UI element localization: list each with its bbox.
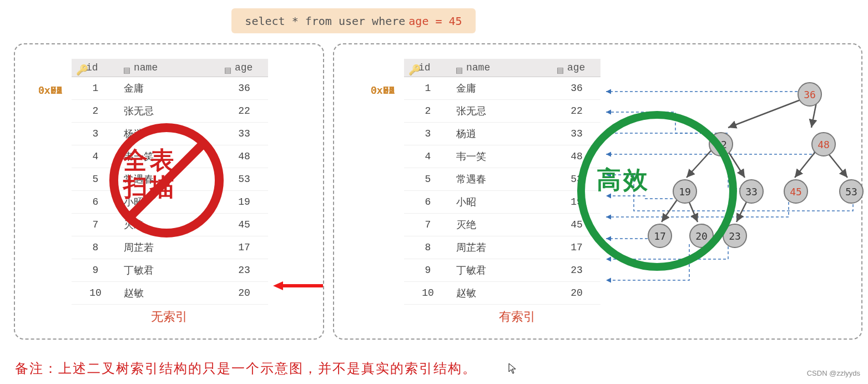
col-age: ▤age <box>220 59 268 77</box>
table-row: 3杨逍33 <box>72 123 268 145</box>
column-icon: ▤ <box>557 64 565 72</box>
sql-query-box: select * from user where age = 45 <box>231 8 476 33</box>
table-row: 8周芷若17 <box>72 236 268 259</box>
col-name: ▤name <box>452 59 553 77</box>
table-row: 9丁敏君23 <box>404 259 600 282</box>
caption-no-index: 无索引 <box>15 309 323 325</box>
panel-no-index: 0x07 0x56 0x6A 0xF3 0x90 0x77 0xD1 0x32 … <box>14 43 324 340</box>
tree-node-19: 19 <box>673 179 697 204</box>
table-row: 8周芷若17 <box>404 236 600 259</box>
table-row: 3杨逍33 <box>404 123 600 145</box>
table-row: 7灭绝45 <box>404 214 600 236</box>
column-icon: ▤ <box>456 64 464 72</box>
tree-node-45: 45 <box>784 179 808 204</box>
cursor-icon <box>508 363 516 374</box>
addr-cell: 0xF2 <box>38 80 62 101</box>
svg-marker-1 <box>273 281 283 290</box>
table-row: 10赵敏20 <box>72 282 268 305</box>
table-row: 10赵敏20 <box>404 282 600 305</box>
caption-with-index: 有索引 <box>434 309 600 325</box>
tree-node-33: 33 <box>739 179 764 204</box>
table-row: 2张无忌22 <box>72 100 268 123</box>
table-row: 7灭绝45 <box>72 214 268 236</box>
table-row: 5常遇春53 <box>404 168 600 191</box>
addr-cell: 0xF2 <box>371 80 395 101</box>
table-row: 6小昭19 <box>72 191 268 214</box>
table-row: 5常遇春53 <box>72 168 268 191</box>
table-row: 6小昭19 <box>404 191 600 214</box>
col-id: 🔑id <box>72 59 119 77</box>
col-name: ▤name <box>119 59 220 77</box>
tree-node-22: 22 <box>709 132 733 156</box>
key-icon: 🔑 <box>76 64 84 72</box>
binary-tree: 36 22 48 19 33 45 53 17 20 23 <box>634 71 856 293</box>
table-row: 4韦一笑48 <box>404 145 600 168</box>
column-icon: ▤ <box>225 64 233 72</box>
sql-prefix: select * from user where <box>245 14 405 28</box>
table-row: 1金庸36 <box>72 77 268 100</box>
tree-node-53: 53 <box>839 179 864 204</box>
col-id: 🔑id <box>404 59 452 77</box>
col-age: ▤age <box>553 59 600 77</box>
tree-node-17: 17 <box>648 224 672 248</box>
watermark: CSDN @zzlyyds <box>807 369 860 377</box>
table-row: 2张无忌22 <box>404 100 600 123</box>
sql-highlight: age = 45 <box>408 14 462 28</box>
user-table-right: 🔑id ▤name ▤age 1金庸36 2张无忌22 3杨逍33 4韦一笑48… <box>404 59 600 305</box>
table-row: 1金庸36 <box>404 77 600 100</box>
table-row: 4韦一笑48 <box>72 145 268 168</box>
tree-node-23: 23 <box>723 224 747 248</box>
footer-note: 备注：上述二叉树索引结构的只是一个示意图，并不是真实的索引结构。 <box>15 360 477 377</box>
key-icon: 🔑 <box>408 64 416 72</box>
tree-node-36: 36 <box>798 82 822 107</box>
arrow-left-icon <box>273 280 323 291</box>
tree-node-20: 20 <box>689 224 714 248</box>
table-row: 9丁敏君23 <box>72 259 268 282</box>
tree-node-48: 48 <box>811 132 836 156</box>
user-table-left: 🔑id ▤name ▤age 1金庸36 2张无忌22 3杨逍33 4韦一笑48… <box>72 59 268 305</box>
column-icon: ▤ <box>124 64 132 72</box>
panel-with-index: 0x07 0x56 0x6A 0xF3 0x90 0x77 0xD1 0x32 … <box>333 43 862 340</box>
